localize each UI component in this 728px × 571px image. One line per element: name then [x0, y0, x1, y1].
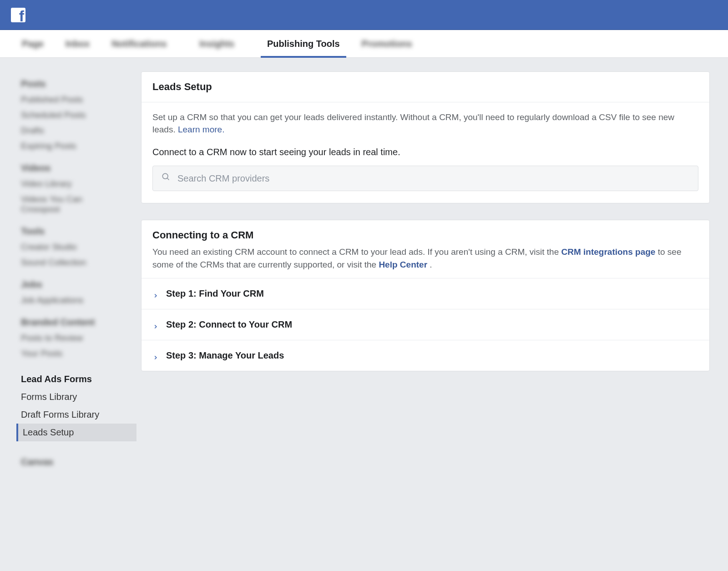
page-tab-bar: Page Inbox Notifications Insights Publis… — [0, 30, 728, 58]
sidebar-heading-blurred: Tools — [21, 226, 136, 237]
sidebar-item-blurred[interactable]: Published Posts — [21, 95, 136, 105]
sidebar-item-blurred[interactable]: Job Applications — [21, 295, 136, 305]
sidebar: Posts Published Posts Scheduled Posts Dr… — [0, 58, 141, 571]
sidebar-item-draft-forms-library[interactable]: Draft Forms Library — [18, 406, 136, 424]
crm-body-post: . — [427, 260, 432, 269]
crm-search-input[interactable] — [177, 173, 690, 184]
tab-blurred[interactable]: Inbox — [55, 30, 101, 57]
main-content: Leads Setup Set up a CRM so that you can… — [141, 58, 728, 571]
leads-setup-card: Leads Setup Set up a CRM so that you can… — [141, 71, 710, 203]
tab-blurred[interactable]: Promotions — [351, 30, 423, 57]
sidebar-item-blurred[interactable]: Your Posts — [21, 349, 136, 359]
chevron-right-icon — [152, 291, 159, 297]
search-icon — [161, 172, 170, 185]
sidebar-item-blurred[interactable]: Drafts — [21, 126, 136, 136]
connect-crm-prompt: Connect to a CRM now to start seeing you… — [152, 146, 698, 158]
leads-setup-title: Leads Setup — [142, 72, 709, 102]
help-center-link[interactable]: Help Center — [379, 260, 427, 269]
svg-point-0 — [162, 174, 168, 179]
top-bar: f — [0, 0, 728, 30]
chevron-right-icon — [152, 322, 159, 328]
sidebar-item-forms-library[interactable]: Forms Library — [18, 388, 136, 406]
step-2-label: Step 2: Connect to Your CRM — [166, 319, 292, 330]
sidebar-item-leads-setup[interactable]: Leads Setup — [16, 424, 136, 441]
step-1-row[interactable]: Step 1: Find Your CRM — [142, 278, 709, 309]
step-3-row[interactable]: Step 3: Manage Your Leads — [142, 340, 709, 371]
svg-line-1 — [167, 178, 169, 180]
sidebar-item-blurred[interactable]: Sound Collection — [21, 258, 136, 268]
crm-search-box[interactable] — [152, 166, 698, 191]
sidebar-item-blurred[interactable]: Creator Studio — [21, 242, 136, 252]
leads-setup-intro: Set up a CRM so that you can get your le… — [152, 112, 674, 134]
connecting-crm-title: Connecting to a CRM — [152, 229, 698, 241]
chevron-right-icon — [152, 353, 159, 359]
crm-body-pre: You need an existing CRM account to conn… — [152, 247, 561, 257]
sidebar-item-blurred[interactable]: Scheduled Posts — [21, 110, 136, 120]
connecting-crm-card: Connecting to a CRM You need an existing… — [141, 220, 710, 371]
sidebar-item-blurred[interactable]: Video Library — [21, 179, 136, 189]
sidebar-heading-blurred: Branded Content — [21, 317, 136, 328]
sidebar-heading-blurred: Posts — [21, 79, 136, 89]
sidebar-heading-lead-ads-forms: Lead Ads Forms — [21, 374, 136, 384]
sidebar-heading-blurred: Canvas — [21, 457, 136, 467]
tab-blurred[interactable]: Page — [11, 30, 55, 57]
crm-integrations-link[interactable]: CRM integrations page — [561, 247, 656, 257]
sidebar-item-blurred[interactable]: Expiring Posts — [21, 141, 136, 151]
step-3-label: Step 3: Manage Your Leads — [166, 350, 284, 361]
sidebar-item-blurred[interactable]: Videos You CanCrosspost — [21, 194, 136, 214]
sidebar-heading-blurred: Jobs — [21, 279, 136, 290]
tab-blurred[interactable]: Insights — [177, 30, 256, 57]
learn-more-link[interactable]: Learn more. — [178, 125, 224, 134]
sidebar-item-blurred[interactable]: Posts to Review — [21, 333, 136, 343]
step-1-label: Step 1: Find Your CRM — [166, 288, 264, 299]
step-2-row[interactable]: Step 2: Connect to Your CRM — [142, 309, 709, 340]
sidebar-heading-blurred: Videos — [21, 163, 136, 173]
tab-publishing-tools[interactable]: Publishing Tools — [256, 30, 351, 57]
facebook-logo-icon[interactable]: f — [11, 8, 25, 22]
tab-blurred[interactable]: Notifications — [101, 30, 177, 57]
